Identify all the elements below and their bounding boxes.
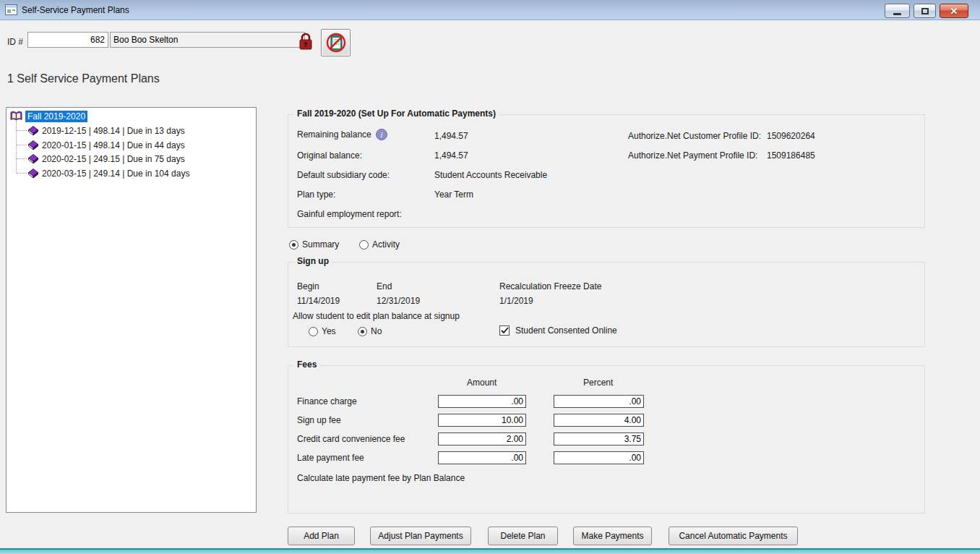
- plans-tree: Fall 2019-2020 2019-12-15 | 498.14 | Due…: [6, 107, 257, 513]
- signup-fee-percent-input[interactable]: [554, 414, 644, 427]
- finance-charge-label: Finance charge: [297, 396, 357, 406]
- late-fee-note: Calculate late payment fee by Plan Balan…: [297, 473, 465, 483]
- lock-icon: [298, 33, 313, 50]
- summary-radio[interactable]: Summary: [289, 239, 339, 250]
- id-input[interactable]: [27, 32, 108, 48]
- minimize-button[interactable]: [885, 4, 910, 18]
- finance-charge-amount-input[interactable]: [438, 395, 526, 408]
- finance-charge-percent-input[interactable]: [554, 395, 644, 408]
- yes-radio-label: Yes: [322, 326, 336, 336]
- tree-item-plan-root[interactable]: Fall 2019-2020: [10, 109, 87, 123]
- tree-item-label: 2020-01-15 | 498.14 | Due in 44 days: [42, 140, 185, 150]
- page-title: 1 Self Service Payment Plans: [7, 72, 160, 85]
- summary-radio-label: Summary: [302, 239, 339, 250]
- tree-item-installment-2[interactable]: 2020-01-15 | 498.14 | Due in 44 days: [27, 138, 185, 152]
- percent-header: Percent: [583, 378, 613, 388]
- cancel-automatic-payments-button[interactable]: Cancel Automatic Payments: [669, 527, 798, 545]
- end-value: 12/31/2019: [377, 296, 420, 306]
- book-icon: [27, 125, 39, 137]
- plan-details-title: Fall 2019-2020 (Set Up For Automatic Pay…: [294, 108, 499, 119]
- tree-item-label: Fall 2019-2020: [25, 111, 87, 122]
- authorize-payment-value: 1509186485: [767, 150, 815, 161]
- signup-fee-amount-input[interactable]: [438, 414, 526, 427]
- window-title: Self-Service Payment Plans: [22, 5, 129, 15]
- plan-type-label: Plan type:: [297, 189, 335, 200]
- app-icon: [5, 4, 17, 15]
- plan-type-value: Year Term: [434, 189, 473, 200]
- make-payments-button[interactable]: Make Payments: [573, 527, 652, 545]
- titlebar: Self-Service Payment Plans ✕: [0, 0, 980, 20]
- cc-convenience-fee-label: Credit card convenience fee: [297, 434, 405, 444]
- allow-edit-label: Allow student to edit plan balance at si…: [293, 311, 460, 321]
- info-icon[interactable]: i: [376, 129, 387, 140]
- authorize-customer-value: 1509620264: [767, 131, 815, 141]
- maximize-button[interactable]: [914, 4, 936, 18]
- tree-connector-stub: [17, 130, 27, 131]
- signup-title: Sign up: [294, 256, 332, 266]
- remaining-balance-label: Remaining balancei: [297, 129, 387, 140]
- no-notes-button[interactable]: [321, 29, 351, 56]
- remaining-balance-value: 1,494.57: [434, 131, 468, 141]
- allow-edit-yes-radio[interactable]: Yes: [309, 326, 336, 336]
- tree-item-label: 2020-02-15 | 249.15 | Due in 75 days: [42, 154, 185, 164]
- begin-label: Begin: [297, 281, 319, 291]
- no-radio-label: No: [371, 326, 382, 336]
- close-icon: ✕: [950, 7, 958, 16]
- radio-selected-icon: [358, 327, 367, 336]
- tree-item-installment-1[interactable]: 2019-12-15 | 498.14 | Due in 13 days: [27, 124, 185, 137]
- end-label: End: [377, 281, 392, 291]
- begin-value: 11/14/2019: [297, 296, 340, 306]
- no-notes-icon: [325, 32, 347, 54]
- book-icon: [27, 140, 39, 151]
- authorize-customer-label: Authorize.Net Customer Profile ID:: [628, 131, 761, 141]
- payment-plans-window: Self-Service Payment Plans ✕ ID # 1 Self…: [0, 0, 980, 554]
- authorize-payment-label: Authorize.Net Payment Profile ID:: [628, 150, 757, 161]
- cc-convenience-fee-amount-input[interactable]: [438, 432, 526, 446]
- radio-unselected-icon: [309, 327, 318, 336]
- add-plan-button[interactable]: Add Plan: [288, 527, 355, 545]
- book-icon: [27, 168, 39, 179]
- maximize-icon: [921, 8, 929, 14]
- activity-radio[interactable]: Activity: [359, 239, 400, 250]
- book-icon: [27, 153, 39, 165]
- late-payment-fee-label: Late payment fee: [297, 453, 364, 463]
- tree-item-label: 2019-12-15 | 498.14 | Due in 13 days: [42, 126, 185, 136]
- signup-fee-label: Sign up fee: [297, 415, 341, 425]
- window-controls: ✕: [885, 4, 968, 18]
- tree-item-installment-3[interactable]: 2020-02-15 | 249.15 | Due in 75 days: [27, 152, 185, 166]
- tree-item-label: 2020-03-15 | 249.14 | Due in 104 days: [42, 169, 189, 179]
- freeze-date-label: Recalculation Freeze Date: [499, 281, 601, 291]
- plan-details-groupbox: Fall 2019-2020 (Set Up For Automatic Pay…: [288, 114, 925, 228]
- student-name-field[interactable]: [110, 32, 305, 48]
- student-consented-checkbox[interactable]: Student Consented Online: [499, 325, 617, 336]
- adjust-plan-payments-button[interactable]: Adjust Plan Payments: [370, 527, 471, 545]
- default-subsidiary-value: Student Accounts Receivable: [434, 170, 547, 180]
- tree-connector-stub: [17, 158, 27, 159]
- amount-header: Amount: [467, 378, 497, 388]
- student-consented-label: Student Consented Online: [515, 325, 617, 336]
- cc-convenience-fee-percent-input[interactable]: [554, 432, 644, 446]
- original-balance-label: Original balance:: [297, 150, 362, 161]
- gainful-employment-label: Gainful employment report:: [297, 209, 402, 219]
- tree-item-installment-4[interactable]: 2020-03-15 | 249.14 | Due in 104 days: [27, 166, 189, 180]
- late-payment-fee-percent-input[interactable]: [554, 451, 644, 464]
- delete-plan-button[interactable]: Delete Plan: [488, 527, 558, 545]
- checkbox-checked-icon: [499, 325, 510, 336]
- fees-title: Fees: [294, 359, 319, 370]
- close-button[interactable]: ✕: [940, 4, 968, 18]
- tree-connector-stub: [17, 173, 27, 174]
- tree-connector: [16, 121, 17, 173]
- radio-selected-icon: [289, 240, 298, 250]
- tree-connector-stub: [17, 145, 27, 145]
- minimize-icon: [893, 13, 901, 15]
- window-bottom-border: [0, 548, 980, 554]
- svg-text:i: i: [380, 130, 382, 139]
- late-payment-fee-amount-input[interactable]: [438, 451, 526, 464]
- id-label: ID #: [7, 37, 23, 47]
- activity-radio-label: Activity: [372, 239, 400, 250]
- allow-edit-no-radio[interactable]: No: [358, 326, 382, 336]
- signup-groupbox: Sign up Begin End Recalculation Freeze D…: [288, 262, 925, 347]
- default-subsidiary-label: Default subsidiary code:: [297, 170, 390, 180]
- freeze-date-value: 1/1/2019: [499, 296, 533, 306]
- fees-groupbox: Fees Amount Percent Finance charge Sign …: [288, 365, 925, 513]
